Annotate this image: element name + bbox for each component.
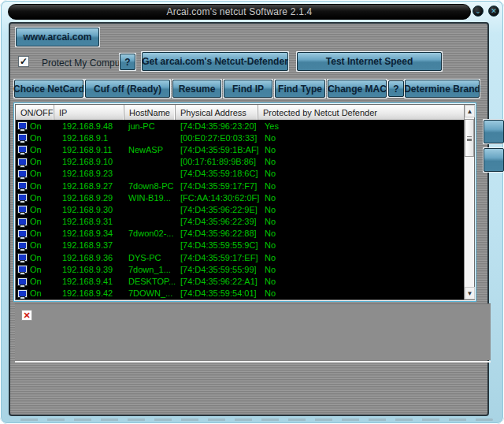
computer-icon xyxy=(18,290,27,297)
find-type-button[interactable]: Find Type xyxy=(275,80,325,98)
scrollbar-thumb[interactable] xyxy=(465,119,474,157)
table-row[interactable]: On192.168.9.30[74:D4:35:96:22:9E]No xyxy=(16,203,474,215)
table-header: ON/OFF IP HostName Physical Address Prot… xyxy=(16,105,474,120)
website-button[interactable]: www.arcai.com xyxy=(16,28,99,46)
power-state: On xyxy=(30,229,42,238)
table-row[interactable]: On192.168.9.23[74:D4:35:59:18:6C]No xyxy=(16,168,474,180)
defender-status: No xyxy=(258,253,474,262)
test-speed-label: Test Internet Speed xyxy=(326,56,413,67)
computer-icon xyxy=(18,170,27,177)
mac-help-button[interactable]: ? xyxy=(388,80,404,97)
broken-image-icon: ✕ xyxy=(21,310,32,321)
table-row[interactable]: On192.168.9.1[00:E0:27:E0:03:33]No xyxy=(16,132,474,143)
column-header-onoff[interactable]: ON/OFF xyxy=(16,105,54,120)
column-header-protected[interactable]: Protected by Netcut Defender xyxy=(258,105,474,120)
table-row[interactable]: On192.168.9.36DYS-PC[74:D4:35:59:17:EF]N… xyxy=(16,251,474,263)
physical-address: [74:D4:35:96:22:88] xyxy=(176,229,258,238)
scroll-up-icon[interactable]: ▲ xyxy=(465,105,475,117)
minimize-button[interactable]: ⌄ xyxy=(472,6,484,17)
column-header-ip[interactable]: IP xyxy=(54,105,124,120)
table-row[interactable]: On192.168.9.277down8-PC[74:D4:35:59:17:F… xyxy=(16,180,474,192)
ip-address: 192.168.9.42 xyxy=(54,288,124,298)
resume-label: Resume xyxy=(179,84,216,95)
cut-off-button[interactable]: Cuf off (Ready) xyxy=(85,80,170,98)
determine-brand-label: Determine Brand xyxy=(404,84,480,95)
ip-address: 192.168.9.48 xyxy=(54,121,124,131)
titlebar[interactable]: Arcai.com's netcut Software 2.1.4 xyxy=(8,4,471,20)
frame-bottom-dashes xyxy=(11,418,493,421)
hostname: jun-PC xyxy=(124,121,176,131)
physical-address: [74:D4:35:59:17:EF] xyxy=(176,253,258,262)
defender-status: No xyxy=(258,133,474,143)
side-panel-button-2[interactable] xyxy=(484,148,504,172)
physical-address: [74:D4:35:96:22:9E] xyxy=(176,205,258,214)
power-state: On xyxy=(30,133,42,143)
hostname: 7dwon02-... xyxy=(124,229,176,238)
power-state: On xyxy=(30,288,42,298)
computer-icon xyxy=(18,122,27,129)
defender-status: No xyxy=(258,193,474,203)
column-header-hostname[interactable]: HostName xyxy=(124,105,176,120)
banner-placeholder: ✕ xyxy=(15,303,491,360)
table-row[interactable]: On192.168.9.347dwon02-...[74:D4:35:96:22… xyxy=(16,228,474,240)
physical-address: [74:D4:35:96:23:20] xyxy=(176,121,258,131)
determine-brand-button[interactable]: Determine Brand xyxy=(405,80,480,98)
computer-icon xyxy=(18,218,27,225)
table-row[interactable]: On192.168.9.29WIN-B19...[FC:AA:14:30:62:… xyxy=(16,192,474,203)
close-icon: ✕ xyxy=(491,7,497,15)
hostname: 7DOWN_... xyxy=(124,288,176,298)
find-ip-label: Find IP xyxy=(232,84,264,95)
change-mac-button[interactable]: Change MAC xyxy=(328,80,387,98)
divider xyxy=(15,361,491,363)
power-state: On xyxy=(30,181,42,191)
find-ip-button[interactable]: Find IP xyxy=(224,80,272,98)
close-button[interactable]: ✕ xyxy=(488,6,499,17)
ip-address: 192.168.9.10 xyxy=(54,157,124,166)
question-icon: ? xyxy=(124,57,130,68)
computer-icon xyxy=(18,278,27,285)
physical-address: [74:D4:35:59:1B:AF] xyxy=(176,145,258,154)
ip-address: 192.168.9.29 xyxy=(54,193,124,203)
computer-icon xyxy=(18,158,27,166)
column-header-physical-address[interactable]: Physical Address xyxy=(176,105,258,120)
thumb-grip-icon xyxy=(467,136,472,139)
ip-address: 192.168.9.27 xyxy=(54,181,124,191)
choice-netcard-button[interactable]: Choice NetCard xyxy=(14,80,83,98)
table-row[interactable]: On192.168.9.48jun-PC[74:D4:35:96:23:20]Y… xyxy=(16,120,474,132)
power-state: On xyxy=(30,205,42,214)
hostname: DYS-PC xyxy=(124,253,176,262)
physical-address: [74:D4:35:59:18:6C] xyxy=(176,169,258,178)
physical-address: [00:17:61:89:9B:86] xyxy=(176,157,258,166)
protect-my-computer-checkbox[interactable]: ✓ xyxy=(18,56,29,67)
resume-button[interactable]: Resume xyxy=(172,80,221,98)
table-row[interactable]: On192.168.9.37[74:D4:35:59:55:9C]No xyxy=(16,240,474,251)
protect-help-button[interactable]: ? xyxy=(120,54,135,70)
table-row[interactable]: On192.168.9.10[00:17:61:89:9B:86]No xyxy=(16,156,474,168)
device-list: On192.168.9.48jun-PC[74:D4:35:96:23:20]Y… xyxy=(16,120,474,299)
ip-address: 192.168.9.41 xyxy=(54,277,124,286)
website-button-label: www.arcai.com xyxy=(24,32,92,43)
table-row[interactable]: On192.168.9.11NewASP[74:D4:35:59:1B:AF]N… xyxy=(16,143,474,155)
scroll-down-icon[interactable]: ▼ xyxy=(465,287,475,299)
table-row[interactable]: On192.168.9.41DESKTOP...[74:D4:35:96:22:… xyxy=(16,275,474,287)
ip-address: 192.168.9.31 xyxy=(54,217,124,226)
power-state: On xyxy=(30,121,42,131)
table-row[interactable]: On192.168.9.31[74:D4:35:96:22:39]No xyxy=(16,216,474,228)
computer-icon xyxy=(18,230,27,237)
computer-icon xyxy=(18,182,27,189)
table-row[interactable]: On192.168.9.427DOWN_...[74:D4:35:59:54:0… xyxy=(16,288,474,299)
test-speed-button[interactable]: Test Internet Speed xyxy=(297,52,442,71)
physical-address: [74:D4:35:59:17:F7] xyxy=(176,181,258,191)
side-panel-button-1[interactable] xyxy=(484,120,504,143)
computer-icon xyxy=(18,134,27,141)
vertical-scrollbar[interactable]: ▲ ▼ xyxy=(464,105,474,299)
table-row[interactable]: On192.168.9.397down_1...[74:D4:35:59:55:… xyxy=(16,263,474,275)
power-state: On xyxy=(30,265,42,274)
defender-status: No xyxy=(258,217,474,226)
physical-address: [74:D4:35:96:22:A1] xyxy=(176,277,258,286)
get-defender-button[interactable]: Get arcai.com's Netcut-Defender xyxy=(142,52,288,71)
physical-address: [74:D4:35:59:55:9C] xyxy=(176,240,258,250)
hostname: WIN-B19... xyxy=(124,193,176,203)
physical-address: [FC:AA:14:30:62:0F] xyxy=(176,193,258,203)
minimize-icon: ⌄ xyxy=(475,7,481,15)
